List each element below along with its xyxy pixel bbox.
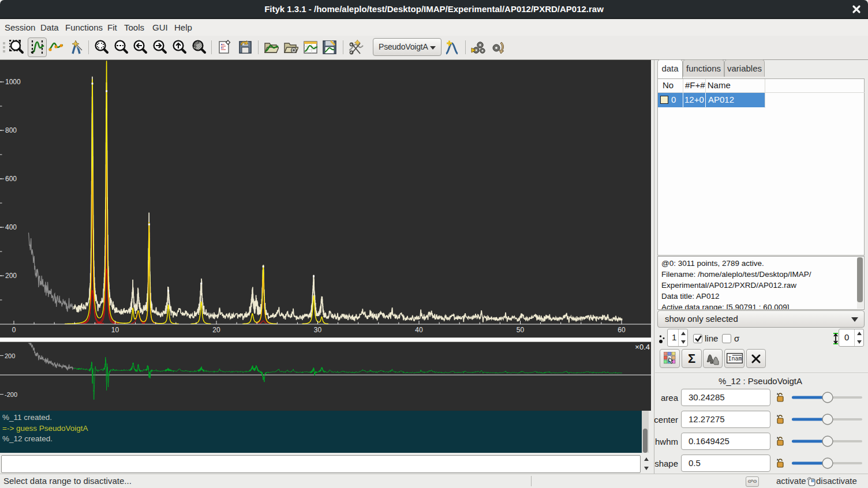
svg-text:200: 200 (5, 272, 17, 280)
svg-text:×0.4: ×0.4 (635, 343, 650, 351)
svg-text:10: 10 (111, 326, 119, 334)
svg-text:-200: -200 (5, 391, 17, 398)
svg-text:800: 800 (5, 126, 17, 134)
svg-text:200: 200 (5, 352, 15, 359)
svg-text:50: 50 (517, 326, 525, 334)
svg-text:40: 40 (415, 326, 423, 334)
svg-text:20: 20 (212, 326, 220, 334)
svg-text:Inam: Inam (728, 356, 742, 362)
svg-text:0: 0 (12, 326, 16, 334)
svg-text:1000: 1000 (5, 78, 21, 86)
svg-text:60: 60 (618, 326, 626, 334)
svg-text:30: 30 (314, 326, 322, 334)
svg-text:400: 400 (5, 223, 17, 231)
svg-text:600: 600 (5, 175, 17, 183)
